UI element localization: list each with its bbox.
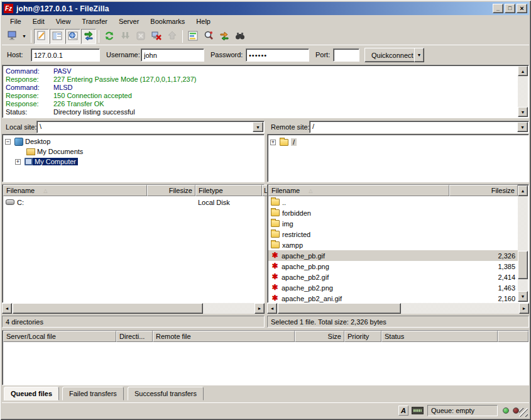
log-line: Command:MLSD — [6, 84, 516, 92]
local-site-dropdown[interactable]: ▼ — [253, 122, 263, 132]
toggle-queue-button[interactable] — [81, 29, 96, 44]
menu-file[interactable]: File — [4, 16, 27, 26]
remote-file-row-selected[interactable]: ✱apache_pb.gif2,326 — [268, 250, 518, 261]
port-input[interactable] — [333, 48, 359, 62]
remote-site-dropdown[interactable]: ▼ — [517, 122, 528, 132]
tab-failed-transfers[interactable]: Failed transfers — [62, 387, 124, 401]
host-input[interactable] — [31, 48, 100, 62]
local-site-combo[interactable]: \ — [36, 121, 265, 133]
remote-vscrollbar-track[interactable] — [518, 185, 528, 302]
remote-column-filesize[interactable]: Filesize — [449, 185, 518, 196]
site-manager-dropdown[interactable]: ▼ — [20, 30, 28, 43]
local-status-text: 4 directories — [6, 318, 43, 326]
local-file-row[interactable]: C: Local Disk — [3, 197, 263, 207]
local-column-filesize[interactable]: Filesize — [147, 185, 195, 196]
queue-status-text: Queue: empty — [431, 407, 474, 414]
filter-button[interactable] — [185, 29, 200, 44]
queue-status-panel: Queue: empty — [427, 405, 498, 416]
folder-icon — [271, 199, 280, 206]
tab-queued-files[interactable]: Queued files — [4, 387, 59, 401]
synchronized-browsing-button[interactable] — [217, 29, 232, 44]
toolbar-separator — [31, 30, 31, 43]
tab-successful-transfers[interactable]: Successful transfers — [128, 387, 204, 401]
remote-file-row[interactable]: restricted — [268, 229, 518, 240]
remote-file-row[interactable]: img — [268, 218, 518, 229]
tree-item-desktop[interactable]: − Desktop — [5, 136, 52, 146]
collapse-icon[interactable]: − — [5, 139, 11, 145]
queue-column-priority[interactable]: Priority — [344, 331, 381, 342]
toggle-local-tree-button[interactable] — [50, 29, 65, 44]
remote-file-row[interactable]: forbidden — [268, 207, 518, 218]
menu-transfer[interactable]: Transfer — [76, 16, 113, 26]
password-input[interactable] — [246, 48, 309, 62]
remote-site-combo[interactable]: / — [309, 121, 529, 133]
log-line: Status:Directory listing successful — [6, 108, 516, 117]
remote-file-row[interactable]: .. — [268, 197, 518, 207]
find-files-button[interactable] — [233, 29, 248, 44]
site-manager-button[interactable] — [4, 29, 19, 44]
local-column-filename[interactable]: Filename△ — [3, 185, 147, 196]
username-input[interactable] — [141, 48, 204, 62]
menu-view[interactable]: View — [50, 16, 77, 26]
expand-icon[interactable]: + — [15, 159, 21, 165]
cancel-button[interactable] — [133, 29, 148, 44]
folder-icon — [271, 209, 280, 216]
host-label: Host: — [7, 51, 23, 58]
refresh-button[interactable] — [102, 29, 117, 44]
menu-edit[interactable]: Edit — [27, 16, 50, 26]
scrollbar-thumb[interactable] — [13, 303, 203, 314]
scrollbar-thumb[interactable] — [518, 251, 528, 279]
toolbar-separator — [182, 30, 183, 43]
scroll-down-icon[interactable]: ▼ — [518, 291, 528, 302]
maximize-button[interactable]: □ — [505, 4, 515, 13]
local-status-bar: 4 directories — [2, 316, 265, 328]
local-hscrollbar: ◄ ► — [2, 303, 265, 314]
scroll-left-icon[interactable]: ◄ — [2, 303, 12, 314]
speed-limit-icon[interactable] — [412, 407, 424, 414]
quickconnect-dropdown[interactable]: ▼ — [414, 48, 424, 62]
remote-file-row[interactable]: ✱apache_pb.png1,385 — [268, 261, 518, 272]
title-bar[interactable]: Fz john@127.0.0.1 - FileZilla _ □ × — [2, 2, 529, 15]
menu-server[interactable]: Server — [113, 16, 145, 26]
desktop-icon — [14, 138, 23, 146]
queue-column-server-local-file[interactable]: Server/Local file — [3, 331, 116, 342]
compare-button[interactable] — [201, 29, 216, 44]
scroll-left-icon[interactable]: ◄ — [267, 303, 277, 314]
remote-file-row[interactable]: xampp — [268, 240, 518, 250]
expand-icon[interactable]: + — [270, 140, 276, 145]
resize-grip[interactable] — [519, 408, 528, 417]
transfer-type-icon[interactable]: A — [398, 406, 408, 416]
quickconnect-button[interactable]: Quickconnect — [364, 48, 420, 62]
disconnect-button[interactable] — [149, 29, 164, 44]
queue-column-direction[interactable]: Directi... — [116, 331, 153, 342]
local-column-filetype[interactable]: Filetype — [195, 185, 262, 196]
tree-item-root[interactable]: + / — [270, 137, 297, 147]
process-queue-button[interactable] — [118, 29, 133, 44]
scroll-down-icon[interactable]: ▼ — [518, 107, 528, 117]
queue-column-size[interactable]: Size — [295, 331, 344, 342]
tree-item-my-computer[interactable]: + My Computer — [15, 157, 78, 167]
scroll-up-icon[interactable]: ▲ — [518, 66, 528, 76]
scroll-right-icon[interactable]: ► — [255, 303, 265, 314]
menu-bookmarks[interactable]: Bookmarks — [145, 16, 190, 26]
reconnect-button[interactable] — [165, 29, 180, 44]
scrollbar-thumb[interactable] — [278, 303, 401, 314]
scroll-up-icon[interactable]: ▲ — [518, 185, 528, 196]
queue-column-status[interactable]: Status — [381, 331, 498, 342]
queue-column-remote-file[interactable]: Remote file — [153, 331, 295, 342]
local-site-label: Local site: — [2, 121, 41, 133]
scroll-right-icon[interactable]: ► — [519, 303, 529, 314]
close-button[interactable]: × — [517, 4, 527, 13]
queue-tabs: Queued files Failed transfers Successful… — [2, 387, 529, 401]
toggle-log-button[interactable] — [34, 29, 49, 44]
log-line: Response:227 Entering Passive Mode (127,… — [6, 75, 516, 84]
menu-help[interactable]: Help — [190, 16, 216, 26]
tree-item-my-documents[interactable]: My Documents — [26, 146, 85, 157]
remote-column-filename[interactable]: Filename△ — [268, 185, 449, 196]
minimize-button[interactable]: _ — [493, 4, 503, 13]
remote-file-row[interactable]: ✱apache_pb2_ani.gif2,160 — [268, 293, 518, 304]
toggle-remote-tree-button[interactable] — [65, 29, 80, 44]
remote-file-row[interactable]: ✱apache_pb2.gif2,414 — [268, 272, 518, 282]
local-tree: − Desktop My Documents + My Computer — [2, 134, 265, 182]
remote-file-row[interactable]: ✱apache_pb2.png1,463 — [268, 282, 518, 293]
